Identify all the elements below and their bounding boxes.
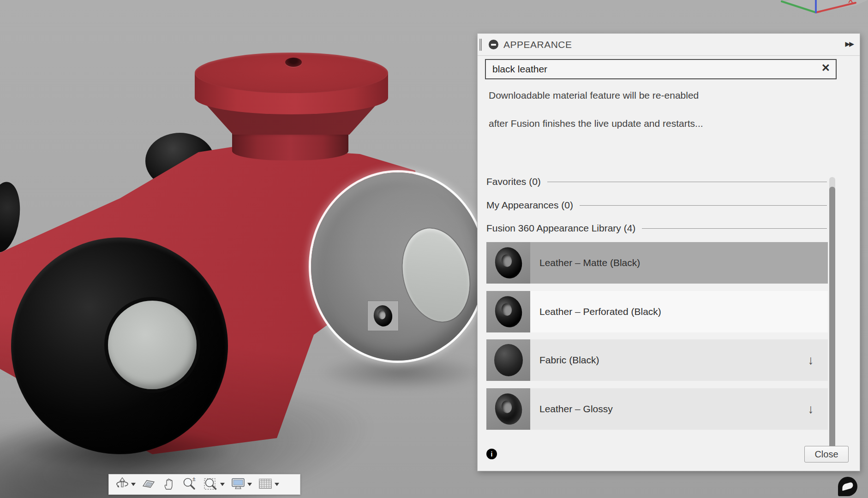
material-row-fabric-black[interactable]: Fabric (Black) ↓ [486, 339, 828, 381]
search-field-wrap: ✕ [485, 59, 837, 79]
material-row-leather-perforated-black[interactable]: Leather – Perforated (Black) [486, 291, 828, 332]
grid-caret-icon[interactable] [275, 483, 279, 486]
section-divider [642, 228, 827, 229]
pan-button[interactable] [160, 475, 178, 494]
material-thumbnail [486, 242, 530, 284]
display-settings-button[interactable] [229, 475, 253, 494]
display-settings-caret-icon[interactable] [247, 483, 252, 486]
close-button[interactable]: Close [804, 446, 849, 462]
search-input[interactable] [485, 59, 837, 79]
display-settings-icon [230, 476, 246, 493]
pan-icon [162, 476, 176, 493]
scrollbar-track[interactable] [829, 177, 835, 458]
zoom-icon: ± [182, 476, 198, 493]
panel-title: APPEARANCE [503, 39, 572, 50]
close-button-label: Close [814, 449, 838, 460]
material-drag-preview [368, 301, 398, 331]
notice-line-1: Downloadable material feature will be re… [489, 90, 699, 101]
clear-search-icon[interactable]: ✕ [821, 63, 830, 73]
leather-torus-icon [492, 245, 525, 281]
funnel-center-hole [285, 58, 302, 67]
appearance-dialog-header[interactable]: APPEARANCE ▶▶ [478, 34, 860, 56]
scrollbar-thumb[interactable] [829, 187, 835, 454]
section-favorites-label: Favorites (0) [486, 176, 541, 187]
download-button[interactable]: ↓ [804, 354, 818, 367]
leather-torus-icon [492, 294, 525, 330]
notice-line-2: after Fusion finishes the live update an… [489, 118, 703, 129]
material-thumbnail [486, 339, 530, 381]
section-divider [580, 205, 827, 206]
look-at-icon [141, 476, 156, 493]
autodesk-logo [838, 477, 857, 496]
section-my-appearances[interactable]: My Appearances (0) [486, 199, 827, 211]
section-library[interactable]: Fusion 360 Appearance Library (4) [486, 222, 827, 234]
material-drag-preview-torus [372, 303, 395, 328]
orbit-caret-icon[interactable] [131, 483, 136, 486]
zoom-button[interactable]: ± [180, 475, 199, 494]
material-row-leather-glossy[interactable]: Leather – Glossy ↓ [486, 388, 828, 430]
section-divider [547, 182, 827, 182]
download-button[interactable]: ↓ [804, 403, 818, 415]
orbit-icon [115, 476, 130, 493]
collapse-panel-icon[interactable]: ▶▶ [845, 40, 853, 47]
look-at-button[interactable] [140, 475, 157, 494]
orbit-button[interactable] [114, 475, 137, 494]
zoom-window-button[interactable] [202, 475, 226, 494]
material-name: Leather – Perforated (Black) [539, 306, 661, 317]
appearance-sphere-icon [489, 40, 498, 49]
appearance-dialog: APPEARANCE ▶▶ ✕ Downloadable material fe… [477, 33, 860, 471]
navigation-toolbar: ± [108, 474, 300, 495]
material-thumbnail [486, 291, 530, 332]
download-icon: ↓ [804, 354, 818, 367]
material-row-leather-matte-black[interactable]: Leather – Matte (Black) [486, 242, 828, 284]
front-wheel-hub[interactable] [108, 301, 197, 389]
section-favorites[interactable]: Favorites (0) [486, 176, 827, 188]
grid-button[interactable] [256, 475, 281, 494]
fabric-sphere-icon [494, 344, 523, 376]
info-button[interactable]: i [486, 449, 497, 459]
svg-text:±: ± [192, 476, 196, 482]
grid-icon [257, 476, 273, 493]
section-my-appearances-label: My Appearances (0) [486, 200, 573, 211]
section-library-label: Fusion 360 Appearance Library (4) [486, 223, 635, 234]
viewcube[interactable] [781, 0, 868, 27]
fusion-window: X [0, 0, 868, 498]
material-name: Fabric (Black) [539, 355, 599, 366]
material-name: Leather – Glossy [539, 403, 613, 415]
material-thumbnail [486, 388, 530, 430]
leather-torus-icon [492, 391, 525, 427]
info-icon-glyph: i [491, 451, 493, 458]
axis-x-label: X [848, 0, 853, 5]
zoom-window-icon [203, 476, 219, 493]
material-name: Leather – Matte (Black) [539, 257, 640, 268]
zoom-window-caret-icon[interactable] [220, 483, 225, 486]
drag-grip-icon[interactable] [479, 39, 482, 51]
download-icon: ↓ [804, 403, 818, 415]
